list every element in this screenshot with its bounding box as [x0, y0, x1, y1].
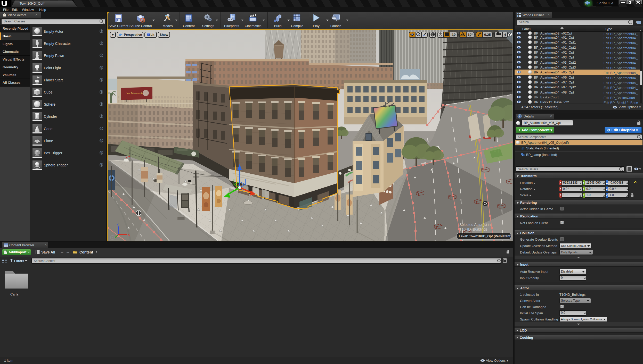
svg-text:?: ? [111, 236, 113, 239]
svg-text:Level: Town10HD_Opt (Persiste: Level: Town10HD_Opt (Persistent) [459, 234, 511, 238]
svg-text:Z: Z [117, 222, 119, 226]
svg-text:X: X [128, 233, 130, 237]
svg-text:Selected Actor(s) in:: Selected Actor(s) in: [459, 223, 492, 227]
svg-text:T10HD_Buildings: T10HD_Buildings [459, 227, 487, 231]
